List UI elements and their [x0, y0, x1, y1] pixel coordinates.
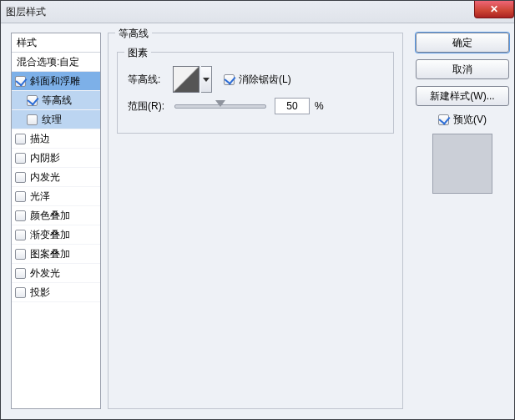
elements-legend: 图素	[124, 46, 151, 60]
style-label: 图案叠加	[30, 247, 70, 261]
style-row-7[interactable]: 颜色叠加	[12, 206, 100, 225]
close-button[interactable]: ✕	[474, 1, 514, 18]
style-label: 光泽	[30, 190, 50, 204]
range-input[interactable]: 50	[275, 98, 310, 114]
style-row-4[interactable]: 内阴影	[12, 149, 100, 168]
cancel-button[interactable]: 取消	[416, 59, 509, 79]
titlebar[interactable]: 图层样式 ✕	[1, 1, 514, 23]
style-row-0[interactable]: 斜面和浮雕	[12, 72, 100, 91]
ok-button[interactable]: 确定	[416, 33, 509, 53]
contour-legend: 等高线	[115, 27, 152, 41]
style-checkbox[interactable]	[15, 172, 26, 183]
style-row-9[interactable]: 图案叠加	[12, 245, 100, 264]
slider-thumb-icon[interactable]	[215, 100, 225, 107]
style-label: 渐变叠加	[30, 228, 70, 242]
style-label: 投影	[30, 286, 50, 300]
style-row-8[interactable]: 渐变叠加	[12, 225, 100, 245]
styles-panel: 样式 混合选项:自定 斜面和浮雕等高线纹理描边内阴影内发光光泽颜色叠加渐变叠加图…	[11, 33, 101, 409]
right-panel: 确定 取消 新建样式(W)... 预览(V)	[416, 33, 509, 194]
style-label: 斜面和浮雕	[30, 74, 80, 89]
layer-style-dialog: 图层样式 ✕ 样式 混合选项:自定 斜面和浮雕等高线纹理描边内阴影内发光光泽颜色…	[0, 0, 515, 420]
style-checkbox[interactable]	[15, 191, 26, 202]
style-label: 内阴影	[30, 151, 60, 165]
contour-row: 等高线: 消除锯齿(L)	[128, 69, 383, 89]
new-style-button[interactable]: 新建样式(W)...	[416, 86, 509, 106]
style-row-6[interactable]: 光泽	[12, 187, 100, 206]
style-checkbox[interactable]	[15, 287, 26, 298]
contour-fieldset: 等高线 图素 等高线: 消除锯齿(L) 范围(R):	[108, 33, 403, 409]
window-title: 图层样式	[6, 5, 46, 19]
style-checkbox[interactable]	[15, 153, 26, 164]
contour-label: 等高线:	[128, 73, 171, 87]
style-label: 纹理	[42, 113, 62, 127]
close-icon: ✕	[490, 3, 498, 15]
style-checkbox[interactable]	[27, 95, 38, 106]
range-slider[interactable]	[174, 104, 266, 109]
styles-list: 斜面和浮雕等高线纹理描边内阴影内发光光泽颜色叠加渐变叠加图案叠加外发光投影	[12, 72, 100, 302]
style-checkbox[interactable]	[15, 134, 26, 144]
style-label: 颜色叠加	[30, 209, 70, 223]
contour-dropdown[interactable]	[201, 66, 212, 93]
style-checkbox[interactable]	[15, 230, 26, 240]
style-row-11[interactable]: 投影	[12, 283, 100, 302]
elements-fieldset: 图素 等高线: 消除锯齿(L) 范围(R): 50	[117, 52, 394, 134]
style-checkbox[interactable]	[15, 268, 26, 279]
style-row-3[interactable]: 描边	[12, 129, 100, 149]
style-label: 外发光	[30, 266, 60, 281]
preview-checkbox[interactable]	[438, 114, 449, 125]
style-checkbox[interactable]	[15, 76, 26, 87]
style-checkbox[interactable]	[15, 210, 26, 221]
settings-panel: 等高线 图素 等高线: 消除锯齿(L) 范围(R):	[108, 33, 403, 409]
preview-row: 预览(V)	[416, 113, 509, 127]
antialias-label: 消除锯齿(L)	[239, 73, 291, 87]
style-label: 等高线	[42, 94, 72, 108]
style-row-2[interactable]: 纹理	[12, 110, 100, 129]
range-row: 范围(R): 50 %	[128, 96, 383, 116]
preview-swatch	[432, 134, 492, 194]
style-row-10[interactable]: 外发光	[12, 264, 100, 283]
style-label: 内发光	[30, 170, 60, 185]
contour-picker[interactable]	[173, 66, 199, 93]
style-label: 描边	[30, 132, 50, 146]
style-row-1[interactable]: 等高线	[12, 91, 100, 110]
range-unit: %	[315, 100, 324, 112]
dialog-body: 样式 混合选项:自定 斜面和浮雕等高线纹理描边内阴影内发光光泽颜色叠加渐变叠加图…	[6, 28, 509, 414]
antialias-checkbox[interactable]	[224, 74, 235, 85]
style-checkbox[interactable]	[27, 114, 38, 125]
styles-header: 样式	[12, 33, 100, 53]
range-label: 范围(R):	[128, 99, 171, 114]
style-row-5[interactable]: 内发光	[12, 168, 100, 187]
preview-label: 预览(V)	[453, 113, 487, 127]
style-checkbox[interactable]	[15, 249, 26, 260]
blend-options-row[interactable]: 混合选项:自定	[12, 53, 100, 72]
